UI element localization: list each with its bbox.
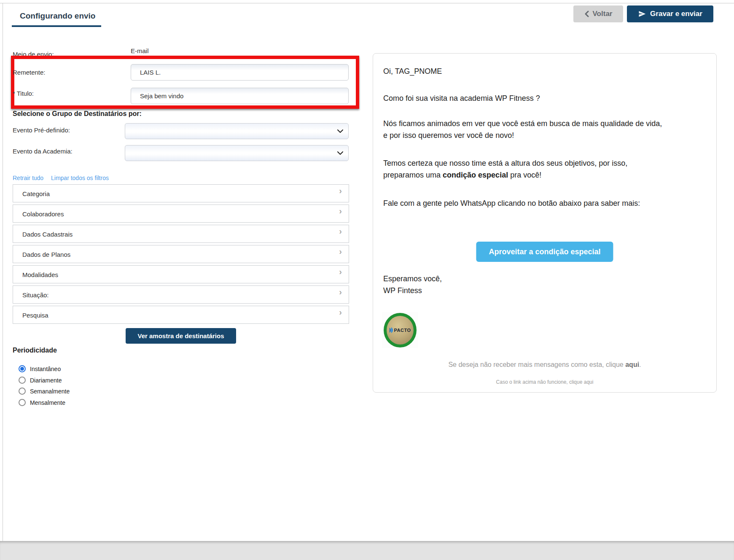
fallback-link-line[interactable]: Caso o link acima não funcione, clique a… bbox=[373, 379, 716, 385]
chevron-down-icon bbox=[337, 129, 343, 133]
chevron-right-icon: › bbox=[339, 267, 342, 277]
radio-label: Diariamente bbox=[30, 377, 62, 384]
chevron-down-icon bbox=[337, 151, 343, 155]
remetente-input[interactable] bbox=[131, 64, 349, 81]
accordion-label: Categoria bbox=[22, 190, 50, 197]
accordion-label: Pesquisa bbox=[22, 312, 48, 319]
preview-paragraph-3: Fale com a gente pelo WhatsApp clicando … bbox=[383, 197, 640, 209]
accordion-dados-de-planos[interactable]: Dados de Planos › bbox=[13, 245, 349, 263]
unsubscribe-text: Se deseja não receber mais mensagens com… bbox=[448, 361, 625, 368]
group-heading: Selecione o Grupo de Destinatários por: bbox=[13, 110, 142, 118]
unsubscribe-line: Se deseja não receber mais mensagens com… bbox=[373, 361, 716, 369]
page-title: Configurando envio bbox=[20, 11, 95, 21]
sheet-left-border bbox=[3, 3, 3, 541]
preview-signoff-line1: Esperamos você, bbox=[383, 273, 442, 285]
preview-greeting: Oi, TAG_PNOME bbox=[383, 65, 442, 77]
radio-label: Semanalmente bbox=[30, 388, 70, 395]
email-preview-panel: Oi, TAG_PNOME Como foi sua visita na aca… bbox=[373, 53, 717, 393]
preview-paragraph-2: Temos certeza que nosso time está a altu… bbox=[383, 157, 627, 181]
preview-signoff: Esperamos você, WP Fintess bbox=[383, 273, 442, 296]
accordion-label: Dados de Planos bbox=[22, 251, 70, 258]
page-bottom-background bbox=[0, 541, 734, 560]
preview-paragraph-1-line2: e por isso queremos ver você de novo! bbox=[383, 129, 662, 141]
preview-paragraph-1: Nós ficamos animados em ver que você est… bbox=[383, 118, 662, 141]
send-icon bbox=[638, 10, 646, 18]
chevron-left-icon bbox=[584, 11, 589, 17]
chevron-right-icon: › bbox=[339, 287, 342, 297]
pacto-logo: PACTO bbox=[382, 312, 418, 348]
collapse-all-link[interactable]: Retrair tudo bbox=[13, 175, 43, 181]
save-send-button-label: Gravar e enviar bbox=[650, 10, 702, 18]
accordion-colaboradores[interactable]: Colaboradores › bbox=[13, 205, 349, 223]
unsubscribe-link[interactable]: aqui bbox=[625, 361, 639, 368]
evento-academia-label: Evento da Academia: bbox=[13, 148, 73, 155]
clear-filters-link[interactable]: Limpar todos os filtros bbox=[51, 175, 109, 181]
unsubscribe-period: . bbox=[639, 361, 641, 368]
preview-signoff-line2: WP Fintess bbox=[383, 285, 442, 296]
back-button-label: Voltar bbox=[593, 10, 613, 18]
chevron-right-icon: › bbox=[339, 186, 342, 196]
pacto-wings-icon bbox=[389, 327, 394, 334]
meio-envio-value: E-mail bbox=[131, 47, 149, 54]
remetente-label: Remetente: bbox=[13, 69, 46, 76]
radio-button[interactable] bbox=[19, 377, 26, 384]
accordion-label: Dados Cadastrais bbox=[22, 231, 73, 238]
radio-label: Mensalmente bbox=[30, 399, 65, 406]
back-button[interactable]: Voltar bbox=[573, 5, 623, 22]
preview-p2-before: preparamos uma bbox=[383, 171, 443, 179]
preview-paragraph-2-line2: preparamos uma condição especial pra voc… bbox=[383, 169, 627, 181]
preview-paragraph-1-line1: Nós ficamos animados em ver que você est… bbox=[383, 118, 662, 129]
title-underline bbox=[12, 25, 101, 27]
preview-question: Como foi sua visita na academia WP Fitne… bbox=[383, 92, 540, 104]
accordion-situacao[interactable]: Situação: › bbox=[13, 285, 349, 304]
sheet-top-border bbox=[0, 3, 734, 3]
chevron-right-icon: › bbox=[339, 247, 342, 256]
periodicidade-heading: Periodicidade bbox=[13, 347, 57, 354]
accordion-modalidades[interactable]: Modalidades › bbox=[13, 265, 349, 283]
accordion-pesquisa[interactable]: Pesquisa › bbox=[13, 306, 349, 324]
titulo-label: * Titulo: bbox=[13, 90, 34, 97]
titulo-input[interactable] bbox=[131, 88, 349, 104]
pacto-logo-text: PACTO bbox=[394, 328, 411, 333]
chevron-right-icon: › bbox=[339, 206, 342, 216]
pacto-logo-ring: PACTO bbox=[384, 313, 417, 347]
radio-row-mensalmente[interactable]: Mensalmente bbox=[19, 399, 65, 406]
preview-p2-bold: condição especial bbox=[443, 171, 508, 179]
radio-row-diariamente[interactable]: Diariamente bbox=[19, 377, 62, 384]
chevron-right-icon: › bbox=[339, 307, 342, 317]
chevron-right-icon: › bbox=[339, 226, 342, 236]
accordion-dados-cadastrais[interactable]: Dados Cadastrais › bbox=[13, 225, 349, 243]
radio-button[interactable] bbox=[19, 399, 26, 406]
accordion-label: Colaboradores bbox=[22, 210, 64, 218]
radio-button[interactable] bbox=[19, 388, 26, 395]
preview-paragraph-2-line1: Temos certeza que nosso time está a altu… bbox=[383, 157, 627, 169]
evento-academia-select[interactable] bbox=[125, 145, 349, 161]
evento-predefinido-select[interactable] bbox=[125, 123, 349, 139]
evento-predefinido-label: Evento Pré-definido: bbox=[13, 127, 70, 134]
preview-p2-after: pra você! bbox=[508, 171, 541, 179]
sample-recipients-button[interactable]: Ver amostra de destinatários bbox=[126, 328, 236, 344]
radio-button[interactable] bbox=[19, 365, 26, 372]
radio-row-instantaneo[interactable]: Instantâneo bbox=[19, 365, 61, 372]
accordion-label: Situação: bbox=[22, 291, 49, 299]
radio-row-semanalmente[interactable]: Semanalmente bbox=[19, 388, 70, 395]
radio-label: Instantâneo bbox=[30, 366, 61, 372]
cta-button[interactable]: Aproveitar a condição especial bbox=[476, 242, 613, 262]
accordion-label: Modalidades bbox=[22, 271, 58, 278]
accordion-categoria[interactable]: Categoria › bbox=[13, 184, 349, 202]
save-send-button[interactable]: Gravar e enviar bbox=[627, 5, 713, 22]
